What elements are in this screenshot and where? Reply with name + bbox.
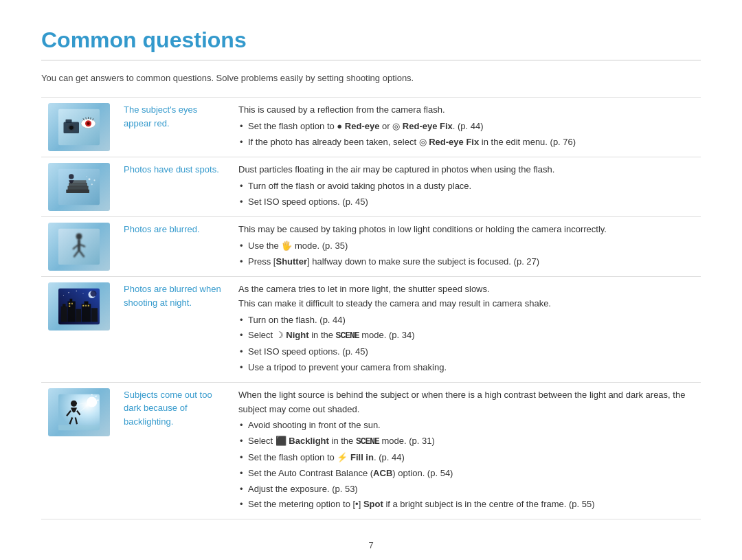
table-row: Subjects come out too dark because of ba… bbox=[41, 382, 701, 519]
svg-rect-37 bbox=[85, 302, 89, 305]
row-label-cell: Photos have dust spots. bbox=[117, 157, 230, 217]
svg-line-54 bbox=[95, 396, 97, 397]
svg-rect-39 bbox=[69, 303, 70, 304]
svg-rect-35 bbox=[76, 309, 82, 322]
svg-point-18 bbox=[89, 178, 91, 180]
svg-point-19 bbox=[91, 183, 93, 185]
list-item: Set the metering option to [•] Spot if a… bbox=[238, 497, 693, 512]
svg-point-21 bbox=[93, 179, 95, 181]
svg-rect-14 bbox=[66, 190, 89, 193]
page-subtitle: You can get answers to common questions.… bbox=[41, 73, 701, 83]
row-image bbox=[48, 103, 110, 151]
list-item: Set ISO speed options. (p. 45) bbox=[238, 195, 693, 210]
row-image bbox=[48, 223, 110, 271]
row-image bbox=[48, 388, 110, 436]
page-number: 7 bbox=[41, 540, 701, 550]
list-item: Turn off the flash or avoid taking photo… bbox=[238, 179, 693, 194]
svg-point-22 bbox=[69, 174, 74, 179]
row-label: Photos are blurred when shooting at nigh… bbox=[124, 284, 221, 308]
table-row: Photos are blurred. This may be caused b… bbox=[41, 217, 701, 277]
row-image bbox=[48, 282, 110, 331]
svg-rect-15 bbox=[68, 186, 89, 190]
row-bullets: Use the 🖐 mode. (p. 35) Press [Shutter] … bbox=[238, 239, 693, 269]
row-content-cell: This is caused by a reflection from the … bbox=[230, 98, 701, 157]
svg-rect-38 bbox=[91, 308, 98, 322]
page-title: Common questions bbox=[41, 27, 701, 53]
row-label: The subject's eyes appear red. bbox=[124, 104, 197, 128]
title-divider bbox=[41, 60, 701, 60]
list-item: Set the Auto Contrast Balance (ACB) opti… bbox=[238, 467, 693, 481]
list-item: Use a tripod to prevent your camera from… bbox=[238, 361, 693, 375]
row-content-cell: This may be caused by taking photos in l… bbox=[230, 217, 701, 277]
svg-point-24 bbox=[76, 234, 82, 240]
row-intro: This may be caused by taking photos in l… bbox=[238, 224, 607, 234]
blur-icon bbox=[58, 226, 100, 267]
svg-rect-31 bbox=[61, 306, 67, 322]
svg-rect-44 bbox=[88, 305, 89, 306]
row-label-cell: Subjects come out too dark because of ba… bbox=[117, 382, 230, 519]
list-item: Use the 🖐 mode. (p. 35) bbox=[238, 239, 693, 254]
list-item: Avoid shooting in front of the sun. bbox=[238, 418, 693, 433]
row-intro: When the light source is behind the subj… bbox=[238, 390, 685, 414]
row-image-cell bbox=[41, 277, 117, 383]
row-label-cell: Photos are blurred. bbox=[117, 217, 230, 277]
eye-icon bbox=[58, 107, 100, 148]
night-icon bbox=[58, 286, 100, 327]
row-bullets: Set the flash option to ● Red-eye or ◎ R… bbox=[238, 120, 693, 150]
svg-rect-32 bbox=[63, 304, 66, 307]
questions-table: The subject's eyes appear red. This is c… bbox=[41, 97, 701, 519]
row-content-cell: When the light source is behind the subj… bbox=[230, 382, 701, 519]
list-item: Press [Shutter] halfway down to make sur… bbox=[238, 255, 693, 269]
list-item: Turn on the flash. (p. 44) bbox=[238, 313, 693, 328]
list-item: Set the flash option to ● Red-eye or ◎ R… bbox=[238, 120, 693, 134]
row-intro: As the camera tries to let in more light… bbox=[238, 284, 490, 294]
row-image-cell bbox=[41, 217, 117, 277]
svg-point-49 bbox=[82, 293, 83, 294]
svg-rect-36 bbox=[82, 304, 91, 322]
row-intro: Dust particles floating in the air may b… bbox=[238, 164, 554, 175]
svg-point-56 bbox=[71, 401, 77, 407]
svg-rect-42 bbox=[82, 305, 84, 306]
row-image-cell bbox=[41, 382, 117, 519]
row-label: Subjects come out too dark because of ba… bbox=[124, 390, 212, 427]
svg-rect-61 bbox=[58, 425, 100, 431]
row-image-cell bbox=[41, 157, 117, 217]
row-content-cell: As the camera tries to let in more light… bbox=[230, 277, 701, 383]
row-bullets: Turn off the flash or avoid taking photo… bbox=[238, 179, 693, 210]
svg-point-50 bbox=[63, 295, 64, 296]
svg-point-47 bbox=[68, 292, 69, 293]
row-label: Photos have dust spots. bbox=[124, 164, 219, 175]
table-row: The subject's eyes appear red. This is c… bbox=[41, 98, 701, 157]
row-image bbox=[48, 163, 110, 211]
svg-rect-34 bbox=[70, 299, 73, 302]
row-intro: This is caused by a reflection from the … bbox=[238, 104, 445, 115]
svg-rect-41 bbox=[69, 306, 70, 307]
svg-point-4 bbox=[69, 126, 74, 130]
list-item: If the photo has already been taken, sel… bbox=[238, 135, 693, 150]
dust-icon bbox=[58, 166, 100, 208]
row-label-cell: The subject's eyes appear red. bbox=[117, 98, 230, 157]
row-bullets: Avoid shooting in front of the sun. Sele… bbox=[238, 418, 693, 512]
svg-rect-40 bbox=[71, 303, 73, 304]
svg-point-48 bbox=[76, 291, 78, 292]
svg-rect-2 bbox=[66, 120, 72, 123]
row-extra: This can make it difficult to steady the… bbox=[238, 298, 551, 309]
row-bullets: Turn on the flash. (p. 44) Select ☽ Nigh… bbox=[238, 313, 693, 375]
list-item: Select ⬛ Backlight in the SCENE mode. (p… bbox=[238, 434, 693, 449]
list-item: Set ISO speed options. (p. 45) bbox=[238, 345, 693, 359]
list-item: Adjust the exposure. (p. 53) bbox=[238, 482, 693, 497]
row-label: Photos are blurred. bbox=[124, 224, 200, 234]
table-row: Photos have dust spots. Dust particles f… bbox=[41, 157, 701, 217]
row-content-cell: Dust particles floating in the air may b… bbox=[230, 157, 701, 217]
list-item: Set the flash option to ⚡ Fill in. (p. 4… bbox=[238, 451, 693, 465]
svg-point-7 bbox=[87, 122, 90, 126]
svg-rect-43 bbox=[85, 305, 87, 306]
svg-line-55 bbox=[97, 400, 98, 401]
backlight-icon bbox=[58, 392, 100, 433]
list-item: Select ☽ Night in the SCENE mode. (p. 34… bbox=[238, 328, 693, 344]
row-image-cell bbox=[41, 98, 117, 157]
svg-point-20 bbox=[87, 176, 88, 177]
table-row: Photos are blurred when shooting at nigh… bbox=[41, 277, 701, 383]
svg-point-46 bbox=[91, 291, 97, 297]
row-label-cell: Photos are blurred when shooting at nigh… bbox=[117, 277, 230, 383]
